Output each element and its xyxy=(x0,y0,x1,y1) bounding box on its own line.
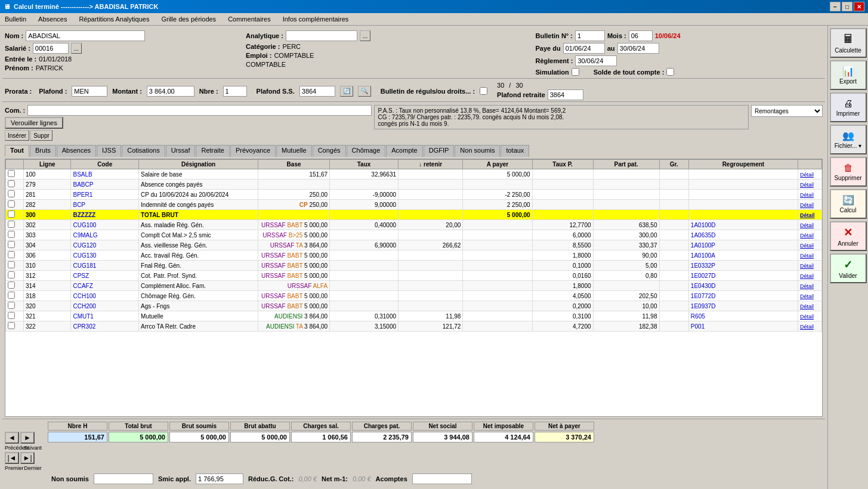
fichier-btn[interactable]: 👥 Fichier... ▾ xyxy=(830,125,867,154)
cell-detail[interactable]: Détail xyxy=(798,291,822,301)
maximize-button[interactable]: □ xyxy=(842,2,852,11)
tab-ijss[interactable]: IJSS xyxy=(97,145,121,157)
brut-abattu-value[interactable] xyxy=(230,432,290,442)
cell-detail[interactable]: Détail xyxy=(798,169,822,179)
row-checkbox-303[interactable] xyxy=(6,230,24,240)
tab-totaux[interactable]: totaux xyxy=(501,145,529,157)
suppr-btn[interactable]: Suppr xyxy=(30,130,52,141)
row-checkbox-312[interactable] xyxy=(6,271,24,281)
tab-non-soumis[interactable]: Non soumis xyxy=(455,145,500,157)
minimize-button[interactable]: − xyxy=(830,2,841,11)
row-checkbox-320[interactable] xyxy=(6,301,24,311)
close-button[interactable]: ✕ xyxy=(854,2,864,11)
tab-conges[interactable]: Congés xyxy=(313,145,346,157)
row-checkbox-300[interactable] xyxy=(6,210,24,220)
row-checkbox-302[interactable] xyxy=(6,220,24,230)
cell-detail[interactable]: Détail xyxy=(798,261,822,271)
row-checkbox-310[interactable] xyxy=(6,261,24,271)
row-checkbox-100[interactable] xyxy=(6,169,24,179)
tab-bruts[interactable]: Bruts xyxy=(30,145,56,157)
tab-chomage[interactable]: Chômage xyxy=(347,145,386,157)
brut-soumis-value[interactable] xyxy=(169,432,229,442)
analytique-input[interactable] xyxy=(286,30,357,41)
row-checkbox-322[interactable] xyxy=(6,321,24,332)
cell-detail[interactable]: Détail xyxy=(798,200,822,210)
cell-detail[interactable]: Détail xyxy=(798,240,822,250)
tab-mutuelle[interactable]: Mutuelle xyxy=(276,145,312,157)
solde-checkbox[interactable] xyxy=(666,68,674,76)
cell-detail[interactable]: Détail xyxy=(798,210,822,220)
salarie-browse-btn[interactable]: ... xyxy=(71,43,82,54)
valider-btn[interactable]: ✓ Valider xyxy=(830,253,867,283)
cell-detail[interactable]: Détail xyxy=(798,250,822,261)
au-input[interactable] xyxy=(617,43,659,54)
plafond-refresh-btn[interactable]: 🔄 xyxy=(340,86,353,97)
non-soumis-input[interactable] xyxy=(94,473,153,484)
premier-btn[interactable]: |◄ xyxy=(5,452,19,464)
row-checkbox-318[interactable] xyxy=(6,291,24,301)
salarie-input[interactable] xyxy=(33,43,69,54)
tab-dgfip[interactable]: DGFIP xyxy=(424,145,455,157)
imprimer-btn[interactable]: 🖨 Imprimer xyxy=(830,92,867,122)
menu-grille[interactable]: Grille des périodes xyxy=(159,14,218,24)
verouiller-btn[interactable]: Verouiller lignes xyxy=(5,117,63,129)
tab-retraite[interactable]: Retraite xyxy=(196,145,230,157)
menu-commentaires[interactable]: Commentaires xyxy=(226,14,273,24)
inserer-btn[interactable]: Insérer xyxy=(5,130,29,141)
analytique-browse-btn[interactable]: ... xyxy=(360,30,370,41)
charges-sal-value[interactable] xyxy=(291,432,351,442)
menu-absences[interactable]: Absences xyxy=(36,14,69,24)
cell-detail[interactable]: Détail xyxy=(798,220,822,230)
supprimer-btn[interactable]: 🗑 Supprimer xyxy=(830,157,867,187)
cell-detail[interactable]: Détail xyxy=(798,230,822,240)
row-checkbox-304[interactable] xyxy=(6,240,24,250)
row-checkbox-314[interactable] xyxy=(6,281,24,291)
plafond-search-btn[interactable]: 🔍 xyxy=(358,86,371,97)
calcul-btn[interactable]: 🔄 Calcul xyxy=(830,189,867,219)
menu-repartitions[interactable]: Répartitions Analytiques xyxy=(76,14,152,24)
plafond-ss-input[interactable] xyxy=(299,86,335,97)
nbre-input[interactable] xyxy=(223,86,247,97)
smic-appl-input[interactable] xyxy=(196,473,243,484)
cell-detail[interactable]: Détail xyxy=(798,271,822,281)
row-checkbox-321[interactable] xyxy=(6,311,24,321)
net-social-value[interactable] xyxy=(413,432,472,442)
cell-detail[interactable]: Détail xyxy=(798,311,822,321)
charges-pat-value[interactable] xyxy=(352,432,412,442)
paye-du-input[interactable] xyxy=(563,43,605,54)
cell-detail[interactable]: Détail xyxy=(798,281,822,291)
tab-cotisations[interactable]: Cotisations xyxy=(122,145,165,157)
row-checkbox-279[interactable] xyxy=(6,179,24,190)
row-checkbox-306[interactable] xyxy=(6,250,24,261)
menu-bulletin[interactable]: Bulletin xyxy=(2,14,29,24)
total-brut-value[interactable] xyxy=(109,432,168,442)
annuler-btn[interactable]: ✕ Annuler xyxy=(830,221,867,251)
export-btn[interactable]: 📊 Export xyxy=(830,60,867,90)
montant-input[interactable] xyxy=(147,86,194,97)
cell-detail[interactable]: Détail xyxy=(798,179,822,190)
tab-prevoyance[interactable]: Prévoyance xyxy=(230,145,276,157)
simulation-checkbox[interactable] xyxy=(572,68,579,76)
plafond-retraite-input[interactable] xyxy=(548,89,583,100)
nbre-h-value[interactable] xyxy=(48,432,107,442)
bulletin-input[interactable] xyxy=(575,30,605,41)
precedent-btn[interactable]: ◄ xyxy=(5,432,19,444)
data-table-container[interactable]: Ligne Code Désignation Base Taux ↓ reten… xyxy=(5,159,823,417)
row-checkbox-282[interactable] xyxy=(6,200,24,210)
tab-urssaf[interactable]: Urssaf xyxy=(166,145,196,157)
tab-tout[interactable]: Tout xyxy=(5,145,29,157)
plafond-input[interactable] xyxy=(72,86,107,97)
remontages-select[interactable]: Remontages xyxy=(751,105,823,117)
cell-detail[interactable]: Détail xyxy=(798,301,822,311)
dernier-btn[interactable]: ►| xyxy=(20,452,35,464)
cell-detail[interactable]: Détail xyxy=(798,321,822,332)
row-checkbox-281[interactable] xyxy=(6,190,24,200)
suivant-btn[interactable]: ► xyxy=(20,432,35,444)
acomptes-input[interactable] xyxy=(412,473,472,484)
com-input[interactable] xyxy=(27,105,371,116)
calculette-btn[interactable]: 🖩 Calculette xyxy=(830,28,867,58)
net-a-payer-value[interactable] xyxy=(535,432,594,442)
tab-acompte[interactable]: Acompte xyxy=(386,145,422,157)
bulletin-reguls-checkbox[interactable] xyxy=(480,87,487,95)
cell-detail[interactable]: Détail xyxy=(798,190,822,200)
